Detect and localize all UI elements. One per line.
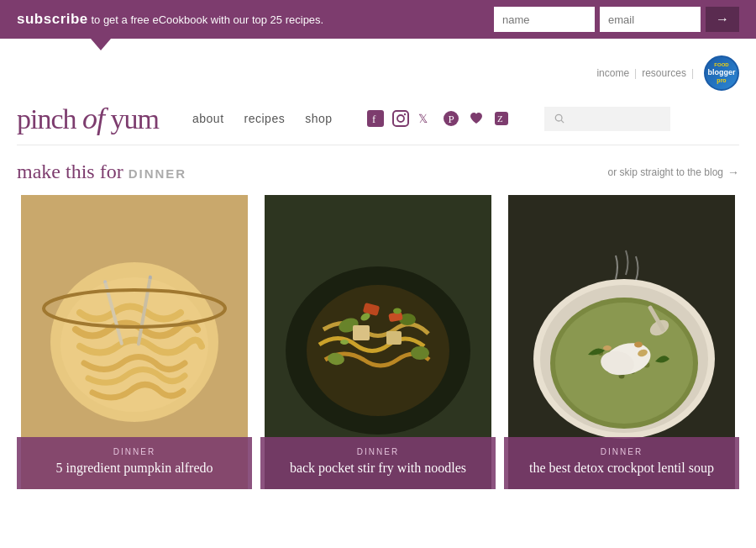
card-title-3: the best detox crockpot lentil soup — [516, 460, 727, 477]
hero-title: make this forDINNER — [17, 161, 186, 183]
top-nav: income | resources | FOOD blogger pro — [0, 50, 756, 92]
svg-text:P: P — [448, 113, 454, 125]
heart-icon[interactable] — [467, 109, 486, 128]
food-blogger-badge[interactable]: FOOD blogger pro — [704, 55, 739, 91]
svg-point-16 — [60, 277, 208, 412]
subscribe-text: subscribe to get a free eCookbook with o… — [17, 11, 494, 28]
facebook-icon[interactable]: f — [366, 109, 385, 128]
card-label-3: DINNER the best detox crockpot lentil so… — [504, 437, 739, 489]
hero-section: make this forDINNER or skip straight to … — [0, 145, 756, 195]
feedly-icon[interactable]: Z — [492, 109, 511, 128]
submit-arrow-icon: → — [716, 12, 729, 27]
card-label-1: DINNER 5 ingredient pumpkin alfredo — [17, 437, 252, 489]
subscribe-regular: to get a free eCookbook with our top 25 … — [91, 13, 323, 26]
search-input[interactable] — [570, 113, 660, 125]
dinner-label: DINNER — [129, 166, 187, 181]
subscribe-form: → — [494, 7, 739, 32]
email-input[interactable] — [600, 7, 701, 32]
subscribe-submit-button[interactable]: → — [706, 7, 739, 32]
subscribe-bold: subscribe — [17, 11, 88, 27]
svg-point-31 — [307, 285, 449, 416]
badge-line2: blogger — [708, 68, 736, 77]
card-title-2: back pocket stir fry with noodles — [272, 460, 484, 477]
card-category-2: DINNER — [272, 447, 484, 456]
card-stir-fry[interactable]: DINNER back pocket stir fry with noodles — [260, 195, 496, 489]
pinterest-icon[interactable]: P — [442, 109, 460, 128]
nav-shop[interactable]: shop — [305, 112, 332, 125]
cards-grid: DINNER 5 ingredient pumpkin alfredo — [0, 195, 756, 506]
social-icons: f 𝕏 P — [366, 109, 511, 128]
card-pumpkin-alfredo[interactable]: DINNER 5 ingredient pumpkin alfredo — [17, 195, 252, 489]
main-header: pinch of yum about recipes shop f 𝕏 — [0, 92, 756, 145]
income-link[interactable]: income — [596, 67, 629, 79]
svg-rect-2 — [393, 111, 408, 126]
svg-point-10 — [555, 114, 562, 121]
card-category-3: DINNER — [516, 447, 727, 456]
make-text: make this for — [17, 161, 123, 182]
main-nav: about recipes shop — [192, 112, 333, 125]
subscribe-bar: subscribe to get a free eCookbook with o… — [0, 0, 756, 39]
site-logo[interactable]: pinch of yum — [17, 101, 159, 136]
svg-point-49 — [603, 345, 612, 350]
nav-recipes[interactable]: recipes — [244, 112, 286, 125]
svg-point-4 — [403, 113, 405, 115]
search-box[interactable] — [544, 107, 670, 131]
svg-text:𝕏: 𝕏 — [418, 113, 428, 125]
logo-pinch: pinch — [17, 103, 82, 134]
logo-yum: yum — [104, 103, 159, 134]
card-label-2: DINNER back pocket stir fry with noodles — [260, 437, 496, 489]
skip-text: or skip straight to the blog — [608, 166, 723, 178]
card-title-1: 5 ingredient pumpkin alfredo — [29, 460, 240, 477]
svg-text:Z: Z — [497, 113, 503, 124]
skip-to-blog-link[interactable]: or skip straight to the blog → — [608, 166, 739, 179]
svg-point-3 — [397, 115, 404, 122]
logo-of: of — [82, 102, 104, 135]
search-icon — [554, 113, 564, 124]
svg-text:f: f — [372, 113, 376, 125]
resources-link[interactable]: resources — [642, 67, 686, 79]
instagram-icon[interactable] — [391, 109, 410, 128]
subscribe-arrow-indicator — [91, 39, 111, 50]
nav-divider-1: | — [634, 67, 637, 79]
svg-line-11 — [561, 120, 564, 123]
card-lentil-soup[interactable]: DINNER the best detox crockpot lentil so… — [504, 195, 739, 489]
skip-arrow-icon: → — [727, 166, 739, 179]
badge-line1: FOOD — [714, 62, 728, 68]
name-input[interactable] — [494, 7, 595, 32]
badge-line3: pro — [717, 77, 726, 84]
card-category-1: DINNER — [29, 447, 240, 456]
nav-about[interactable]: about — [192, 112, 224, 125]
nav-divider-2: | — [691, 67, 694, 79]
twitter-icon[interactable]: 𝕏 — [417, 109, 435, 128]
svg-point-48 — [634, 342, 643, 348]
